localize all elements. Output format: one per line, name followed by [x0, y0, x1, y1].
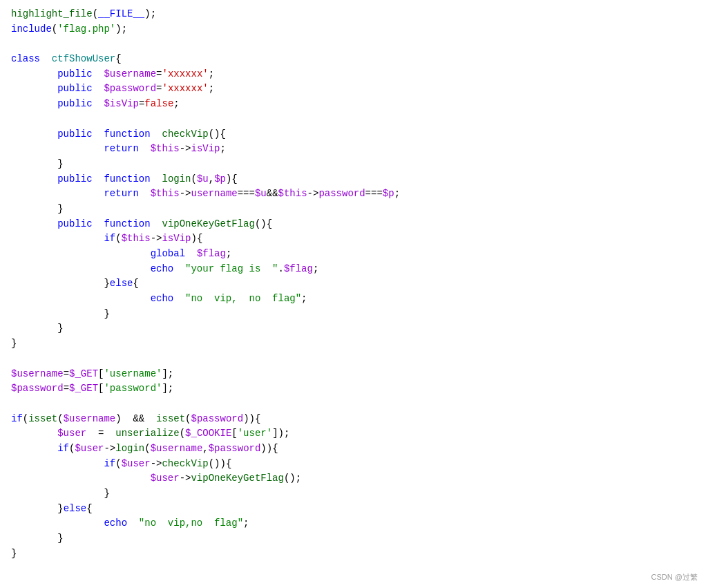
code-line-34: }else{: [11, 502, 695, 517]
code-line-13: return $this->username===$u&&$this->pass…: [11, 187, 695, 202]
code-line-22: }: [11, 321, 695, 336]
code-line-29: $user = unserialize($_COOKIE['user']);: [11, 426, 695, 442]
code-line-6: public $password='xxxxxx';: [11, 82, 695, 97]
code-line-32: $user->vipOneKeyGetFlag();: [11, 471, 695, 486]
code-line-20: echo "no vip, no flag";: [11, 292, 695, 307]
code-line-9: public function checkVip(){: [11, 127, 695, 142]
code-line-1: highlight_file(__FILE__);: [11, 7, 695, 22]
code-line-10: return $this->isVip;: [11, 142, 695, 157]
code-line-25: $username=$_GET['username'];: [11, 367, 695, 382]
code-line-11: }: [11, 157, 695, 172]
code-container: highlight_file(__FILE__); include('flag.…: [0, 0, 706, 588]
code-line-21: }: [11, 307, 695, 322]
code-line-33: }: [11, 486, 695, 502]
code-line-2: include('flag.php');: [11, 22, 695, 37]
code-line-27: [11, 397, 695, 412]
code-line-35: echo "no vip,no flag";: [11, 516, 695, 531]
code-line-37: }: [11, 547, 695, 562]
code-line-4: class ctfShowUser{: [11, 52, 695, 67]
code-line-30: if($user->login($username,$password)){: [11, 442, 695, 457]
code-line-15: public function vipOneKeyGetFlag(){: [11, 217, 695, 232]
code-line-28: if(isset($username) && isset($password))…: [11, 412, 695, 427]
code-line-23: }: [11, 336, 695, 352]
code-line-16: if($this->isVip){: [11, 231, 695, 247]
code-line-31: if($user->checkVip()){: [11, 457, 695, 472]
code-line-19: }else{: [11, 276, 695, 292]
code-line-14: }: [11, 202, 695, 217]
code-line-7: public $isVip=false;: [11, 97, 695, 112]
code-line-24: [11, 352, 695, 367]
code-line-3: [11, 37, 695, 52]
code-line-36: }: [11, 531, 695, 547]
code-line-17: global $flag;: [11, 247, 695, 262]
code-line-26: $password=$_GET['password'];: [11, 381, 695, 397]
code-line-18: echo "your flag is ".$flag;: [11, 262, 695, 277]
watermark: CSDN @过繁: [651, 572, 698, 582]
code-line-12: public function login($u,$p){: [11, 172, 695, 187]
code-line-5: public $username='xxxxxx';: [11, 67, 695, 82]
code-line-8: [11, 112, 695, 127]
